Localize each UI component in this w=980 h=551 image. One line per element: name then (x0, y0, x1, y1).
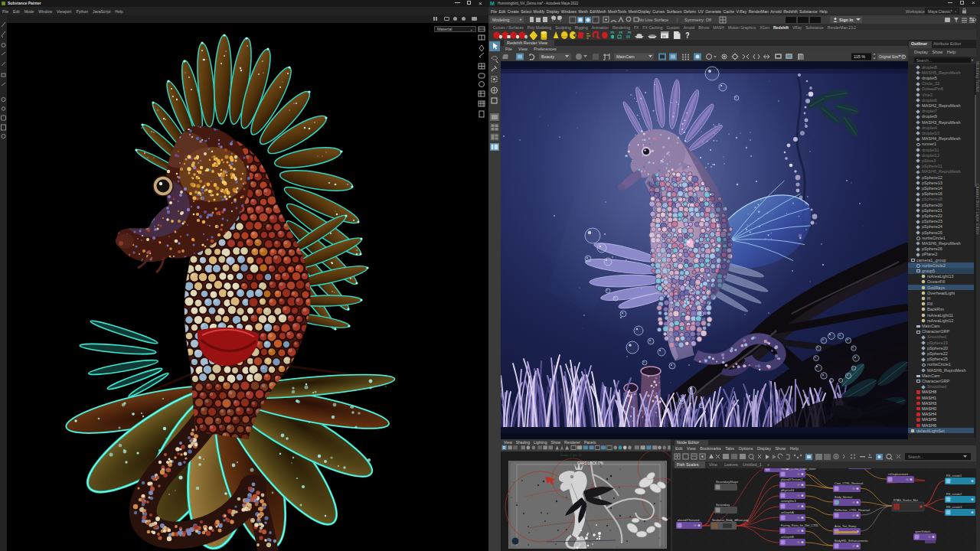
svg-text:Secondary: Secondary (716, 504, 730, 507)
svg-text:Seahorse_Body_diffuse.png: Seahorse_Body_diffuse.png (712, 519, 749, 522)
svg-text:Auto_Tint_Ramp: Auto_Tint_Ramp (835, 525, 856, 528)
svg-text:MainCam: MainCam (616, 54, 635, 59)
svg-text:placedXTexture2: placedXTexture2 (781, 478, 802, 481)
svg-text:Fairing_Ratio_for_Ref_CTRL: Fairing_Ratio_for_Ref_CTRL (781, 524, 818, 527)
svg-text:Search...: Search... (908, 455, 923, 459)
svg-text:RS_create1: RS_create1 (946, 474, 962, 478)
svg-text:unDepthB: unDepthB (781, 536, 794, 539)
svg-text:unDepthA: unDepthA (781, 511, 794, 514)
svg-text:Beauty: Beauty (541, 54, 554, 59)
svg-text:PR: PR (628, 31, 632, 34)
svg-text:RS_create2: RS_create2 (946, 493, 962, 496)
svg-text:Coat_CTRL_Reversal: Coat_CTRL_Reversal (835, 482, 863, 485)
svg-text:|: | (677, 18, 678, 22)
svg-text:SecondaryShape: SecondaryShape (716, 481, 738, 484)
svg-text:Sign In: Sign In (839, 18, 854, 22)
svg-text:rsDisplacement: rsDisplacement (888, 473, 909, 476)
svg-text:RS_create3: RS_create3 (946, 506, 962, 509)
svg-text:6/3: 6/3 (662, 35, 666, 38)
svg-text:Symmetry: Off: Symmetry: Off (684, 18, 712, 22)
svg-text:Body_Normal: Body_Normal (835, 496, 852, 499)
svg-text:Frame_CTRL_Color_invert: Frame_CTRL_Color_invert (781, 468, 817, 471)
svg-text:rgeeGlobals: rgeeGlobals (915, 530, 931, 533)
svg-text:pEyeLeft3: pEyeLeft3 (781, 489, 794, 492)
svg-text:PR: PR (611, 31, 615, 34)
svg-text:BodyHSL_Enhancements: BodyHSL_Enhancements (835, 540, 868, 543)
svg-text:Original Size: Original Size (879, 55, 899, 59)
svg-text:PR: PR (619, 31, 623, 34)
svg-text:untiingVec3: untiingVec3 (781, 500, 796, 503)
svg-text:CAPS LOCK ON: CAPS LOCK ON (577, 461, 603, 465)
svg-text:No Live Surface: No Live Surface (639, 18, 668, 22)
svg-text:115 %: 115 % (854, 54, 865, 59)
svg-text:placedXTextured: placedXTextured (678, 519, 699, 522)
svg-text:Reflection_CTRL_Reversal: Reflection_CTRL_Reversal (835, 509, 870, 512)
svg-text:?: ? (685, 31, 689, 40)
svg-text:R: R (503, 446, 506, 450)
svg-text:RTAS_Scales_Mat: RTAS_Scales_Mat (893, 499, 919, 502)
